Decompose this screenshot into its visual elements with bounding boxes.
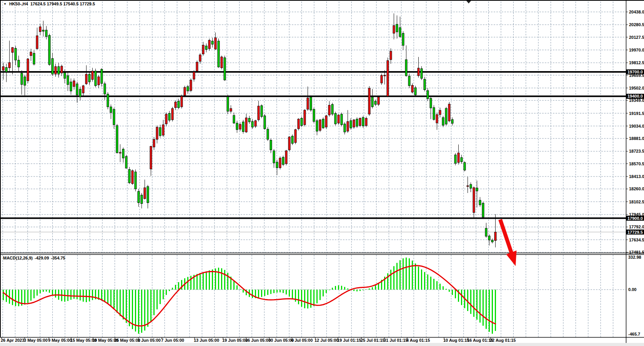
candle-body-bear <box>88 74 90 82</box>
macd-histogram-bar <box>46 289 47 291</box>
macd-histogram-bar <box>338 285 339 289</box>
candle-body-bull <box>196 62 198 71</box>
macd-histogram-bar <box>218 268 219 289</box>
price-level-badge-label: 17729.5 <box>627 230 643 235</box>
macd-histogram-bar <box>292 289 293 299</box>
candle-body-bear <box>356 119 358 126</box>
macd-histogram-bar <box>120 289 121 316</box>
macd-histogram-bar <box>344 287 345 289</box>
support-resistance-line <box>1 95 626 97</box>
time-tick-label: 4 Aug 01:15 <box>406 338 430 343</box>
candle-body-bull <box>381 75 383 83</box>
candle-body-bull <box>181 96 183 106</box>
chart-dropdown-caret: ▼ <box>3 2 7 7</box>
candle-body-bull <box>384 75 386 76</box>
candle <box>353 119 355 129</box>
macd-histogram-bar <box>412 261 413 290</box>
macd-histogram-bar <box>359 289 361 291</box>
candle <box>242 120 244 134</box>
macd-histogram-bar <box>110 289 111 306</box>
time-tick-label: 19 Jun 05:00 <box>222 338 248 343</box>
time-tick-label: 6 Jul 05:00 <box>291 338 313 343</box>
candle <box>387 58 389 97</box>
macd-histogram-bar <box>33 289 35 298</box>
macd-histogram-bar <box>123 289 124 319</box>
candle-body-bull <box>365 118 367 126</box>
page-background <box>0 0 644 346</box>
candle-body-bull <box>55 67 57 74</box>
candle-body-bull <box>387 60 389 96</box>
candle-body-bear <box>224 58 226 80</box>
candle-body-bull <box>36 36 38 49</box>
price-tick-label: 19191.5 <box>629 111 644 116</box>
candle-body-bear <box>427 91 429 99</box>
macd-histogram-bar <box>104 289 105 302</box>
candle-body-bear <box>270 140 272 150</box>
candle <box>221 56 223 70</box>
candle-body-bull <box>368 88 370 114</box>
macd-histogram-bar <box>30 289 32 301</box>
candle-body-bull <box>285 151 287 164</box>
candle-body-bear <box>64 73 66 78</box>
macd-histogram-bar <box>347 288 348 289</box>
candle-body-bull <box>202 45 204 54</box>
candle-body-bull <box>467 186 469 186</box>
macd-histogram-bar <box>77 289 78 299</box>
candle-body-bear <box>491 240 493 242</box>
macd-histogram-bar <box>264 289 265 296</box>
candle-body-bear <box>135 172 136 189</box>
macd-histogram-bar <box>476 289 478 319</box>
candle <box>356 117 358 128</box>
candle-body-bear <box>205 46 207 50</box>
time-tick-label: 22 Aug 01:15 <box>490 338 516 343</box>
candle-body-bear <box>261 106 263 117</box>
candle-body-bear <box>331 105 333 114</box>
macd-histogram-bar <box>307 289 308 308</box>
macd-histogram-bar <box>329 289 330 290</box>
candle-body-bull <box>30 52 32 56</box>
candle <box>131 170 133 185</box>
macd-histogram-bar <box>396 263 398 290</box>
candle <box>282 156 284 166</box>
candle-body-bear <box>227 96 229 111</box>
macd-histogram-bar <box>492 289 493 334</box>
macd-histogram-bar <box>206 271 207 290</box>
macd-histogram-bar <box>40 289 41 293</box>
macd-histogram-bar <box>150 289 151 321</box>
macd-histogram-bar <box>49 289 50 293</box>
candle-body-bull <box>165 114 167 124</box>
window-left-border <box>0 0 1 337</box>
macd-histogram-bar <box>212 269 213 290</box>
candle-body-bull <box>82 86 84 93</box>
macd-histogram-bar <box>144 289 145 330</box>
macd-histogram-bar <box>252 289 253 298</box>
candle <box>331 103 333 116</box>
macd-axis-label: 332.98 <box>628 255 641 260</box>
candle-body-bull <box>208 40 210 49</box>
macd-histogram-bar <box>236 285 238 289</box>
candle-body-bear <box>211 41 213 44</box>
candle-body-bear <box>424 79 426 90</box>
macd-histogram-bar <box>190 276 191 289</box>
price-tick-label: 20438.0 <box>629 10 644 14</box>
candle-body-bear <box>45 30 47 37</box>
candle <box>378 96 379 106</box>
candle-body-bear <box>248 118 250 122</box>
candle-body-bull <box>153 139 155 147</box>
candle-body-bear <box>5 67 7 72</box>
macd-histogram-bar <box>369 288 370 289</box>
chart-canvas[interactable]: 20438.020280.520127.519970.019812.519659… <box>0 0 644 346</box>
macd-histogram-bar <box>280 289 281 292</box>
candle-body-bull <box>448 104 450 121</box>
candle-body-bear <box>396 24 398 32</box>
candle-body-bull <box>458 153 459 163</box>
candle-body-bear <box>70 82 72 91</box>
candle-body-bear <box>15 48 17 60</box>
support-resistance-line <box>1 218 626 219</box>
candle <box>482 202 484 219</box>
price-level-badge-label: 19700.0 <box>627 70 643 74</box>
candle-body-bear <box>488 236 490 240</box>
macd-histogram-bar <box>323 289 324 296</box>
candle-body-bear <box>371 97 373 107</box>
footer-strip <box>0 343 644 346</box>
